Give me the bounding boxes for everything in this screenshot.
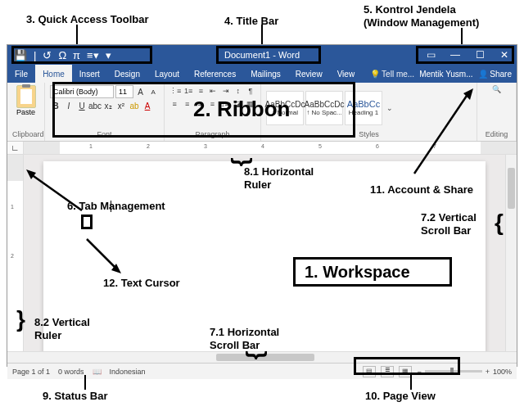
status-language[interactable]: Indonesian [110,368,146,376]
tab-mailings[interactable]: Mailings [243,65,288,83]
brace-vscroll: { [495,210,504,236]
annotation-tabmgmt: 6. Tab Management [67,200,165,213]
tab-layout[interactable]: Layout [147,65,187,83]
arrow-title-down [259,25,265,44]
tab-review[interactable]: Review [288,65,330,83]
annotation-titlebar: 4. Title Bar [224,15,278,28]
tab-design[interactable]: Design [107,65,147,83]
annotation-qat: 3. Quick Access Toolbar [26,13,149,26]
vertical-scrollbar[interactable] [505,155,517,351]
annotation-pageview: 10. Page View [365,390,436,403]
clipboard-label: Clipboard [12,130,39,140]
paste-button[interactable]: Paste [16,108,35,116]
styles-more-button[interactable]: ⌄ [384,102,395,114]
vertical-scroll-thumb[interactable] [508,168,515,209]
annotation-status: 9. Status Bar [43,390,107,403]
share-button[interactable]: 👤 Share [478,70,512,79]
find-button[interactable]: 🔍 [492,85,501,93]
paste-icon[interactable] [16,85,36,108]
annotation-account: 11. Account & Share [370,183,473,196]
annotation-vruler: 8.2 Vertical Ruler [34,316,90,341]
arrow-winctl-down [458,28,465,44]
arrow-pageview-up [408,375,414,390]
box-titlebar [216,46,321,64]
annotation-hscroll: 7.1 Horizontal Scroll Bar [210,326,279,351]
status-words[interactable]: 0 words [58,368,84,376]
arrow-account [409,88,491,178]
annotation-hruler: 8.1 Horizontal Ruler [244,165,314,191]
tab-file[interactable]: File [7,65,35,83]
ribbon-tabs: File Home Insert Design Layout Reference… [7,65,517,83]
svg-line-4 [414,93,468,174]
box-winctl [416,46,514,64]
annotation-winctl: 5. Kontrol Jendela (Window Management) [364,3,479,29]
box-qat [11,46,152,64]
brace-vruler: } [16,306,25,332]
tab-home[interactable]: Home [35,65,72,83]
annotation-cursor: 12. Text Cursor [103,277,180,290]
spellcheck-icon[interactable]: 📖 [93,368,102,376]
brace-hscroll: } [245,351,271,360]
arrow-status-up [82,375,88,390]
annotation-vscroll: 7.2 Vertical Scroll Bar [421,211,477,237]
box-cursor [81,215,93,229]
tab-insert[interactable]: Insert [72,65,107,83]
zoom-level[interactable]: 100% [493,368,512,376]
box-pageview [354,357,460,375]
status-page[interactable]: Page 1 of 1 [12,368,50,376]
annotation-workspace: 1. Workspace [305,262,410,282]
annotation-ribbon: 2. Ribbon [193,97,290,122]
arrow-qat-down [74,25,80,44]
tab-selector[interactable]: ∟ [7,142,24,154]
tab-view[interactable]: View [330,65,363,83]
tell-me-search[interactable]: 💡 Tell me... [370,70,415,79]
svg-line-2 [87,239,116,269]
ribbon-group-clipboard: Paste Clipboard [7,83,45,141]
account-name[interactable]: Mentik Yusm... [419,70,472,79]
arrow-cursor [82,234,123,273]
zoom-in-button[interactable]: + [486,368,490,376]
tab-references[interactable]: References [187,65,243,83]
